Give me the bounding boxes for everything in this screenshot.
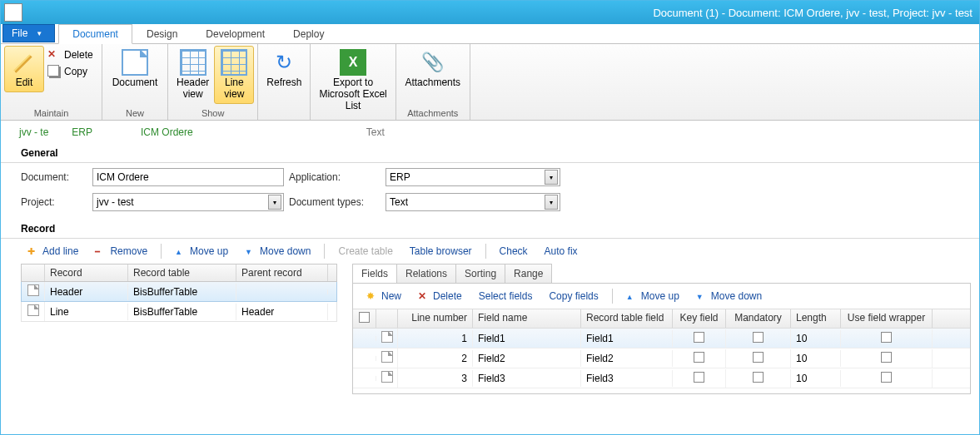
attachments-button[interactable]: 📎 Attachments [400, 46, 466, 92]
project-combo[interactable]: jvv - test ▾ [92, 193, 284, 211]
header-view-button[interactable]: Header view [172, 46, 214, 104]
table-browser-button[interactable]: Table browser [403, 244, 479, 259]
line-view-icon [221, 49, 247, 76]
mandatory-checkbox[interactable] [753, 372, 764, 383]
mandatory-checkbox[interactable] [753, 352, 764, 363]
document-icon [381, 351, 393, 363]
copy-icon [47, 65, 61, 78]
record-toolbar: Add line Remove Move up Move down Create… [21, 240, 971, 264]
select-all-checkbox[interactable] [359, 312, 370, 323]
auto-fix-button[interactable]: Auto fix [538, 244, 585, 259]
ribbon-group-new: Document New [102, 44, 168, 120]
col-key-field[interactable]: Key field [673, 309, 726, 328]
attachments-label: Attachments [405, 77, 460, 89]
edit-button[interactable]: Edit [4, 46, 44, 92]
ribbon: Edit ✕ Delete Copy Maintain Document New [1, 44, 979, 121]
application-combo[interactable]: ERP ▾ [386, 168, 560, 186]
fields-tabs: Fields Relations Sorting Range [352, 264, 971, 283]
move-down-button[interactable]: Move down [238, 244, 317, 259]
delete-button[interactable]: ✕ Delete [46, 47, 98, 62]
separator [612, 289, 613, 304]
key-field-checkbox[interactable] [694, 332, 704, 343]
record-row[interactable]: Line BisBufferTable Header [21, 302, 337, 322]
field-row[interactable]: 2 Field2 Field2 10 [353, 348, 970, 368]
label-application: Application: [289, 171, 381, 183]
paperclip-icon: 📎 [420, 49, 446, 76]
remove-button[interactable]: Remove [88, 244, 154, 259]
refresh-button[interactable]: ↻ Refresh [261, 46, 306, 92]
ribbon-group-refresh: ↻ Refresh [258, 44, 311, 120]
refresh-label: Refresh [266, 77, 301, 89]
move-up-button[interactable]: Move up [168, 244, 235, 259]
system-menu-icon[interactable]: ▥ [4, 3, 22, 22]
tab-range[interactable]: Range [505, 264, 552, 283]
add-line-button[interactable]: Add line [21, 244, 85, 259]
ribbon-tabs: File ▼ Document Design Development Deplo… [1, 24, 979, 44]
group-label-new: New [102, 107, 167, 120]
field-row[interactable]: 1 Field1 Field1 10 [353, 329, 970, 348]
chevron-down-icon: ▾ [268, 195, 281, 210]
key-field-checkbox[interactable] [694, 372, 704, 383]
check-button[interactable]: Check [493, 244, 535, 259]
tab-sorting[interactable]: Sorting [455, 264, 505, 283]
col-record-table[interactable]: Record table [128, 264, 236, 281]
col-field-name[interactable]: Field name [473, 309, 581, 328]
select-fields-button[interactable]: Select fields [472, 289, 540, 304]
delete-icon: ✕ [47, 48, 61, 62]
col-length[interactable]: Length [791, 309, 841, 328]
section-title-general: General [1, 144, 979, 163]
col-use-field-wrapper[interactable]: Use field wrapper [841, 309, 933, 328]
col-line-number[interactable]: Line number [398, 309, 473, 328]
use-field-wrapper-checkbox[interactable] [881, 352, 892, 363]
tab-fields[interactable]: Fields [352, 264, 397, 283]
arrow-up-icon [175, 245, 187, 257]
ribbon-group-attachments: 📎 Attachments Attachments [396, 44, 470, 120]
new-field-button[interactable]: New [360, 289, 408, 304]
fields-toolbar: New ✕Delete Select fields Copy fields Mo… [353, 284, 970, 309]
fields-move-down-button[interactable]: Move down [689, 289, 769, 304]
copy-button[interactable]: Copy [46, 64, 98, 79]
document-icon [381, 331, 393, 343]
header-view-icon [180, 49, 206, 76]
chevron-down-icon: ▼ [36, 30, 42, 37]
crumb-app[interactable]: ERP [72, 126, 92, 138]
key-field-checkbox[interactable] [694, 352, 704, 363]
line-view-button[interactable]: Line view [214, 46, 254, 104]
delete-field-button[interactable]: ✕Delete [411, 289, 469, 304]
fields-grid-header: Line number Field name Record table fiel… [353, 309, 970, 329]
crumb-document[interactable]: ICM Ordere [141, 126, 193, 138]
tab-design[interactable]: Design [132, 24, 192, 43]
use-field-wrapper-checkbox[interactable] [881, 372, 892, 383]
file-menu[interactable]: File ▼ [2, 24, 55, 42]
edit-label: Edit [16, 77, 33, 89]
tab-development[interactable]: Development [192, 24, 279, 43]
refresh-icon: ↻ [271, 49, 297, 76]
document-field[interactable] [92, 168, 284, 186]
use-field-wrapper-checkbox[interactable] [881, 332, 892, 343]
col-mandatory[interactable]: Mandatory [726, 309, 791, 328]
crumb-project[interactable]: jvv - te [19, 126, 48, 138]
document-icon [122, 49, 148, 76]
document-button[interactable]: Document [106, 46, 164, 92]
tab-document[interactable]: Document [58, 24, 132, 44]
create-table-button: Create table [331, 244, 399, 259]
application-value: ERP [390, 171, 410, 183]
label-document: Document: [21, 171, 87, 183]
star-icon [366, 290, 378, 302]
field-row[interactable]: 3 Field3 Field3 10 [353, 368, 970, 388]
mandatory-checkbox[interactable] [753, 332, 764, 343]
col-parent-record[interactable]: Parent record [236, 264, 328, 281]
group-label-refresh-spacer [258, 107, 310, 120]
tab-deploy[interactable]: Deploy [279, 24, 338, 43]
col-record[interactable]: Record [45, 264, 128, 281]
group-label-maintain: Maintain [1, 107, 102, 120]
chevron-down-icon: ▾ [545, 170, 558, 185]
record-row[interactable]: Header BisBufferTable [21, 282, 337, 302]
doctypes-combo[interactable]: Text ▾ [386, 193, 560, 211]
copy-fields-button[interactable]: Copy fields [542, 289, 604, 304]
copy-label: Copy [64, 66, 87, 77]
export-excel-button[interactable]: X Export to Microsoft Excel List [314, 46, 391, 115]
col-record-table-field[interactable]: Record table field [581, 309, 673, 328]
fields-move-up-button[interactable]: Move up [619, 289, 686, 304]
tab-relations[interactable]: Relations [396, 264, 456, 283]
